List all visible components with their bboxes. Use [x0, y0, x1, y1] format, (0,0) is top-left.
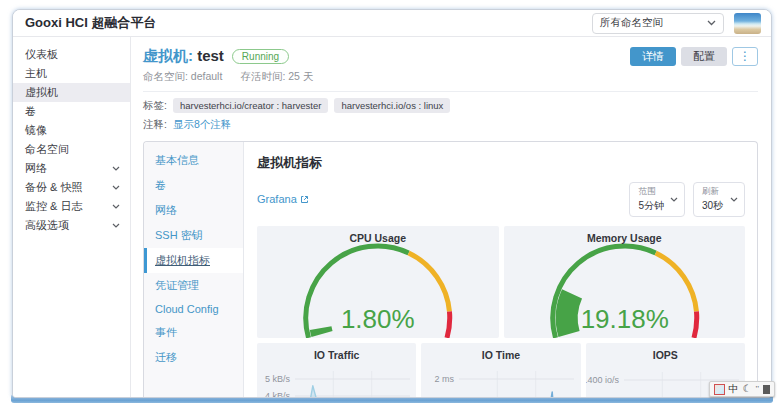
more-actions-button[interactable]: ⋮ [732, 47, 758, 66]
sidebar-item-label: 备份 & 快照 [25, 180, 82, 195]
tab-ssh-keys[interactable]: SSH 密钥 [144, 223, 243, 248]
chevron-down-icon [707, 20, 716, 26]
metrics-title: 虚拟机指标 [257, 154, 745, 172]
sidebar-item-networks[interactable]: 网络 [13, 159, 130, 178]
svg-text:1.50 ms: 1.50 ms [422, 397, 455, 398]
age-value: 存活时间: 25 天 [240, 70, 313, 84]
resource-name: test [197, 47, 224, 64]
top-bar: Gooxi HCI 超融合平台 所有命名空间 [13, 10, 771, 37]
page-title: 虚拟机: test [143, 47, 224, 66]
sidebar-item-label: 卷 [25, 104, 36, 119]
ime-keyboard-icon[interactable] [763, 385, 770, 394]
gauge-row: CPU Usage 1.80% Memory Usage 19.18% [257, 226, 745, 338]
grafana-link[interactable]: Grafana [257, 193, 309, 205]
main-content: 虚拟机: test Running 详情 配置 ⋮ 命名空间: default … [131, 37, 771, 397]
sidebar-item-label: 高级选项 [25, 218, 69, 233]
metrics-panels: CPU Usage 1.80% Memory Usage 19.18% IO T… [257, 226, 745, 398]
sidebar-item-label: 虚拟机 [25, 85, 58, 100]
svg-text:0.400 io/s: 0.400 io/s [586, 375, 619, 385]
panel-title: IO Traffic [257, 343, 416, 361]
namespace-filter-value: 所有命名空间 [600, 16, 663, 30]
metrics-controls: 范围 5分钟 刷新 30秒 [629, 182, 745, 217]
memory-usage-panel: Memory Usage 19.18% [504, 226, 746, 338]
sidebar: 仪表板主机虚拟机卷镜像命名空间网络备份 & 快照监控 & 日志高级选项 [13, 37, 131, 397]
sidebar-item-vms[interactable]: 虚拟机 [13, 83, 130, 102]
sidebar-item-label: 仪表板 [25, 47, 58, 62]
cpu-usage-panel: CPU Usage 1.80% [257, 226, 499, 338]
refresh-select[interactable]: 刷新 30秒 [693, 182, 745, 217]
metrics-toolbar: Grafana 范围 5分钟 刷新 30秒 [257, 182, 745, 216]
sidebar-item-advanced[interactable]: 高级选项 [13, 216, 130, 235]
svg-text:1.80%: 1.80% [341, 304, 415, 334]
detail-card: 基本信息卷网络SSH 密钥虚拟机指标凭证管理Cloud Config事件迁移 虚… [143, 141, 758, 397]
svg-text:19.18%: 19.18% [580, 304, 668, 334]
tab-volumes[interactable]: 卷 [144, 173, 243, 198]
annotations-label: 注释: [143, 118, 167, 132]
tab-events[interactable]: 事件 [144, 320, 243, 345]
resource-type-link[interactable]: 虚拟机: [143, 47, 193, 64]
tab-cloud-config[interactable]: Cloud Config [144, 298, 243, 320]
labels-row: 标签: harvesterhci.io/creator : harvesterh… [143, 98, 758, 113]
tag-badge: harvesterhci.io/os : linux [334, 98, 450, 113]
user-avatar[interactable] [734, 13, 761, 34]
tab-content: 虚拟机指标 Grafana 范围 5分钟 [244, 142, 757, 397]
range-label: 范围 [638, 186, 664, 198]
external-link-icon [300, 195, 309, 204]
app-title: Gooxi HCI 超融合平台 [25, 14, 156, 32]
annotations-row: 注释: 显示8个注释 [143, 118, 758, 132]
ime-picture-icon[interactable] [714, 384, 725, 395]
chart-row: IO Traffic 5 kB/s4 kB/s3 kB/s IO Time 2 … [257, 343, 745, 398]
grafana-link-label: Grafana [257, 193, 297, 205]
range-value: 5分钟 [638, 199, 664, 213]
sidebar-item-label: 镜像 [25, 123, 47, 138]
svg-text:2 ms: 2 ms [435, 374, 455, 384]
ime-punctuation-icon[interactable]: ’’ [756, 382, 759, 396]
sidebar-item-hosts[interactable]: 主机 [13, 64, 130, 83]
sidebar-item-monitoring-logs[interactable]: 监控 & 日志 [13, 197, 130, 216]
sidebar-item-backup-snapshot[interactable]: 备份 & 快照 [13, 178, 130, 197]
show-annotations-link[interactable]: 显示8个注释 [173, 118, 231, 132]
topbar-right: 所有命名空间 [592, 13, 761, 34]
io-traffic-panel: IO Traffic 5 kB/s4 kB/s3 kB/s [257, 343, 416, 398]
meta-row: 命名空间: default 存活时间: 25 天 [143, 70, 758, 84]
tab-vm-metrics[interactable]: 虚拟机指标 [144, 248, 243, 273]
status-badge: Running [232, 49, 289, 64]
range-select[interactable]: 范围 5分钟 [629, 182, 685, 217]
tab-basic[interactable]: 基本信息 [144, 148, 243, 173]
chevron-down-icon [112, 185, 120, 190]
app-window: Gooxi HCI 超融合平台 所有命名空间 仪表板主机虚拟机卷镜像命名空间网络… [12, 9, 772, 398]
details-button[interactable]: 详情 [630, 47, 676, 66]
svg-text:0.300 io/s: 0.300 io/s [586, 397, 619, 398]
chevron-down-icon [112, 223, 120, 228]
ime-moon-icon[interactable]: ☾ [743, 382, 752, 396]
ime-language-indicator[interactable]: 中 [729, 382, 739, 396]
ime-toolbar: 中 ☾ ’’ [709, 381, 775, 397]
namespace-filter-select[interactable]: 所有命名空间 [592, 13, 724, 34]
panel-title: CPU Usage [257, 226, 499, 244]
chevron-down-icon [112, 204, 120, 209]
sidebar-item-images[interactable]: 镜像 [13, 121, 130, 140]
chevron-down-icon [670, 197, 678, 202]
config-button[interactable]: 配置 [681, 47, 727, 66]
tab-migration[interactable]: 迁移 [144, 345, 243, 370]
io-time-panel: IO Time 2 ms1.50 ms1 ms [421, 343, 580, 398]
page-header: 虚拟机: test Running 详情 配置 ⋮ [143, 45, 758, 67]
sidebar-item-label: 监控 & 日志 [25, 199, 82, 214]
sidebar-item-namespaces[interactable]: 命名空间 [13, 140, 130, 159]
svg-text:5 kB/s: 5 kB/s [265, 374, 291, 384]
sidebar-item-label: 主机 [25, 66, 47, 81]
sidebar-item-label: 网络 [25, 161, 47, 176]
refresh-label: 刷新 [702, 186, 724, 198]
namespace-value: 命名空间: default [143, 70, 222, 84]
tag-badge: harvesterhci.io/creator : harvester [173, 98, 329, 113]
labels-label: 标签: [143, 99, 167, 113]
tab-networks[interactable]: 网络 [144, 198, 243, 223]
sidebar-item-label: 命名空间 [25, 142, 69, 157]
app-body: 仪表板主机虚拟机卷镜像命名空间网络备份 & 快照监控 & 日志高级选项 虚拟机:… [13, 37, 771, 397]
header-actions: 详情 配置 ⋮ [630, 47, 758, 66]
tab-credentials[interactable]: 凭证管理 [144, 273, 243, 298]
panel-title: IO Time [421, 343, 580, 361]
sidebar-item-volumes[interactable]: 卷 [13, 102, 130, 121]
sidebar-item-dashboard[interactable]: 仪表板 [13, 45, 130, 64]
chevron-down-icon [730, 197, 738, 202]
